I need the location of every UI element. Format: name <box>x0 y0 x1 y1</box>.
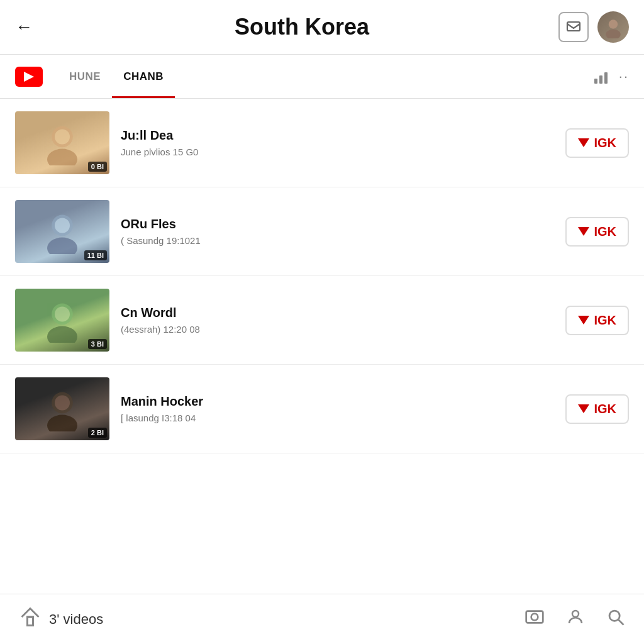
igk-label-4: IGK <box>594 402 616 416</box>
svg-point-19 <box>609 611 619 621</box>
svg-point-10 <box>47 326 77 343</box>
video-info-1: Ju:ll Dea June plvlios 15 G0 <box>121 128 554 157</box>
svg-point-2 <box>606 30 620 38</box>
igk-arrow-icon-2 <box>578 227 589 236</box>
group-icon[interactable] <box>525 607 545 631</box>
avatar[interactable] <box>597 11 629 43</box>
igk-button-1[interactable]: IGK <box>565 128 629 158</box>
igk-label-3: IGK <box>594 313 616 328</box>
video-subtitle-4: [ lasundg I3:18 04 <box>121 413 554 423</box>
header-icons <box>558 11 629 43</box>
svg-point-11 <box>55 306 70 321</box>
svg-point-5 <box>55 129 70 144</box>
message-icon-button[interactable] <box>558 12 589 42</box>
video-thumbnail-1[interactable]: 0 BI <box>15 111 109 174</box>
header: ← South Korea <box>0 0 644 55</box>
svg-rect-15 <box>28 617 33 626</box>
svg-point-4 <box>47 149 77 165</box>
video-subtitle-2: ( Sasundg 19:1021 <box>121 235 554 246</box>
video-thumbnail-4[interactable]: 2 BI <box>15 377 109 440</box>
video-info-3: Cn Wordl (4essrah) 12:20 08 <box>121 306 554 335</box>
home-icon[interactable] <box>19 606 42 633</box>
video-title-3: Cn Wordl <box>121 306 554 320</box>
video-list: 0 BI Ju:ll Dea June plvlios 15 G0 IGK 11… <box>0 99 644 453</box>
svg-point-7 <box>47 238 77 254</box>
table-row: 0 BI Ju:ll Dea June plvlios 15 G0 IGK <box>0 99 644 187</box>
svg-point-8 <box>55 218 70 233</box>
youtube-logo <box>15 67 43 87</box>
table-row: 2 BI Manin Hocker [ lasundg I3:18 04 IGK <box>0 365 644 453</box>
table-row: 3 BI Cn Wordl (4essrah) 12:20 08 IGK <box>0 276 644 365</box>
video-badge-1: 0 BI <box>88 162 107 172</box>
video-title-2: ORu Fles <box>121 217 554 231</box>
video-badge-2: 11 BI <box>84 250 107 260</box>
igk-label-2: IGK <box>594 225 616 239</box>
svg-rect-0 <box>567 22 580 31</box>
video-info-4: Manin Hocker [ lasundg I3:18 04 <box>121 394 554 423</box>
video-info-2: ORu Fles ( Sasundg 19:1021 <box>121 217 554 246</box>
bottom-nav: 3' videos <box>0 594 644 644</box>
svg-point-18 <box>572 611 579 617</box>
tab-chanb[interactable]: CHANB <box>112 55 175 98</box>
more-options-icon[interactable]: ·· <box>619 69 629 85</box>
video-badge-4: 2 BI <box>88 428 107 438</box>
page-title: South Korea <box>45 14 558 40</box>
nav-icon-group <box>525 607 625 631</box>
tab-hune[interactable]: HUNE <box>58 55 112 98</box>
igk-button-4[interactable]: IGK <box>565 394 629 424</box>
svg-point-17 <box>531 614 538 621</box>
svg-point-1 <box>609 19 618 28</box>
video-title-4: Manin Hocker <box>121 394 554 409</box>
search-icon[interactable] <box>606 608 625 631</box>
svg-point-14 <box>55 395 70 410</box>
video-title-1: Ju:ll Dea <box>121 128 554 143</box>
svg-point-13 <box>47 415 77 431</box>
nav-videos-label: 3' videos <box>49 611 103 628</box>
person-icon[interactable] <box>566 608 585 631</box>
igk-button-3[interactable]: IGK <box>565 306 629 335</box>
igk-arrow-icon-4 <box>578 404 589 413</box>
back-button[interactable]: ← <box>15 17 33 37</box>
video-thumbnail-2[interactable]: 11 BI <box>15 200 109 263</box>
video-subtitle-3: (4essrah) 12:20 08 <box>121 324 554 335</box>
video-thumbnail-3[interactable]: 3 BI <box>15 289 109 352</box>
igk-label-1: IGK <box>594 136 616 150</box>
igk-arrow-icon-1 <box>578 138 589 147</box>
table-row: 11 BI ORu Fles ( Sasundg 19:1021 IGK <box>0 187 644 276</box>
video-badge-3: 3 BI <box>88 339 107 349</box>
signal-icon <box>594 70 608 84</box>
tab-bar: HUNE CHANB ·· <box>0 55 644 99</box>
svg-line-20 <box>618 619 623 625</box>
igk-arrow-icon-3 <box>578 316 589 325</box>
video-subtitle-1: June plvlios 15 G0 <box>121 147 554 157</box>
igk-button-2[interactable]: IGK <box>565 217 629 247</box>
